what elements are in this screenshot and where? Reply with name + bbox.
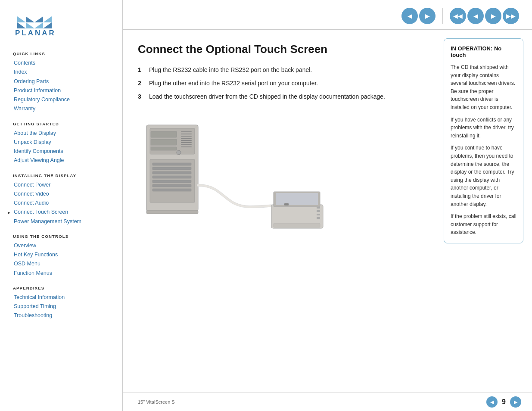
nav-link-connect-touch[interactable]: Connect Touch Screen xyxy=(13,208,68,217)
nav-link-function-menus[interactable]: Function Menus xyxy=(13,269,114,278)
svg-rect-17 xyxy=(152,171,191,174)
logo-area: PLANAR xyxy=(13,13,114,38)
quicklinks-section: QUICK LINKS Contents Index Ordering Part… xyxy=(13,51,114,114)
next2-button[interactable]: ▶ xyxy=(485,8,501,24)
info-para-4: If the problem still exists, call custom… xyxy=(451,212,516,237)
illustration-area xyxy=(138,112,426,233)
svg-point-30 xyxy=(177,150,181,155)
nav-link-index[interactable]: Index xyxy=(13,68,114,77)
svg-text:PLANAR: PLANAR xyxy=(15,29,56,37)
controls-section: USING THE CONTROLS Overview Hot Key Func… xyxy=(13,234,114,278)
step-1-num: 1 xyxy=(138,65,145,75)
svg-rect-23 xyxy=(181,134,192,134)
top-nav: ◀ ▶ ◀◀ ◀ ▶ ▶▶ xyxy=(123,0,532,30)
svg-rect-29 xyxy=(181,146,192,147)
first-button[interactable]: ◀◀ xyxy=(450,8,466,24)
nav-link-warranty[interactable]: Warranty xyxy=(13,104,114,113)
nav-link-overview[interactable]: Overview xyxy=(13,241,114,250)
nav-buttons: ◀ ▶ ◀◀ ◀ ▶ ▶▶ xyxy=(401,8,519,24)
svg-rect-37 xyxy=(317,214,320,215)
nav-link-regulatory[interactable]: Regulatory Compliance xyxy=(13,95,114,104)
svg-rect-22 xyxy=(181,131,192,132)
svg-rect-28 xyxy=(181,144,192,145)
touch-screen xyxy=(271,192,323,228)
controls-title: USING THE CONTROLS xyxy=(13,234,114,239)
info-para-1: The CD that shipped with your display co… xyxy=(451,63,516,112)
last-button[interactable]: ▶▶ xyxy=(503,8,519,24)
info-sidebar: IN OPERATION: No touch The CD that shipp… xyxy=(437,30,532,392)
svg-rect-12 xyxy=(151,139,177,145)
prev-button[interactable]: ◀ xyxy=(401,8,418,24)
info-box-title-bold: IN OPERATION: xyxy=(451,45,492,52)
footer-prev-button[interactable]: ◀ xyxy=(486,396,498,408)
svg-marker-2 xyxy=(26,22,34,28)
svg-rect-11 xyxy=(151,131,177,137)
installing-title: INSTALLING THE DISPLAY xyxy=(13,173,114,178)
svg-rect-18 xyxy=(152,176,191,178)
next-button[interactable]: ▶ xyxy=(419,8,436,24)
svg-marker-0 xyxy=(26,16,34,22)
page-wrapper: PLANAR QUICK LINKS Contents Index Orderi… xyxy=(0,0,532,411)
nav-link-osd[interactable]: OSD Menu xyxy=(13,259,114,268)
content-area: Connect the Optional Touch Screen 1 Plug… xyxy=(123,30,532,392)
footer-next-button[interactable]: ▶ xyxy=(510,396,521,408)
step-2: 2 Plug the other end into the RS232 seri… xyxy=(138,79,426,88)
nav-link-identify[interactable]: Identify Components xyxy=(13,147,114,156)
svg-marker-3 xyxy=(17,22,26,28)
footer-product-text: 15" VitalScreen S xyxy=(138,399,175,405)
nav-link-unpack[interactable]: Unpack Display xyxy=(13,138,114,147)
current-arrow-icon: ► xyxy=(7,210,11,215)
nav-link-touch-wrapper: ► Connect Touch Screen xyxy=(13,208,114,217)
step-list: 1 Plug the RS232 cable into the RS232 po… xyxy=(138,65,426,101)
info-para-2: If you have conflicts or any problems wi… xyxy=(451,116,516,140)
nav-link-product-info[interactable]: Product Information xyxy=(13,86,114,95)
nav-link-hotkey[interactable]: Hot Key Functions xyxy=(13,250,114,259)
device-illustration xyxy=(138,112,327,233)
step-1-text: Plug the RS232 cable into the RS232 port… xyxy=(149,65,426,75)
nav-link-timing[interactable]: Supported Timing xyxy=(13,302,114,311)
step-2-text: Plug the other end into the RS232 serial… xyxy=(149,79,426,88)
svg-marker-5 xyxy=(43,16,52,22)
svg-rect-31 xyxy=(146,210,198,214)
nav-link-connect-power[interactable]: Connect Power xyxy=(13,181,114,190)
nav-link-adjust-angle[interactable]: Adjust Viewing Angle xyxy=(13,156,114,165)
main-text-area: Connect the Optional Touch Screen 1 Plug… xyxy=(123,30,437,392)
sidebar: PLANAR QUICK LINKS Contents Index Orderi… xyxy=(0,0,123,411)
planar-logo: PLANAR xyxy=(13,13,69,37)
appendixes-title: APPENDIXES xyxy=(13,286,114,290)
svg-rect-20 xyxy=(152,184,191,187)
getting-started-section: GETTING STARTED About the Display Unpack… xyxy=(13,121,114,165)
nav-link-about-display[interactable]: About the Display xyxy=(13,129,114,138)
appendixes-section: APPENDIXES Technical Information Support… xyxy=(13,286,114,321)
nav-link-connect-audio[interactable]: Connect Audio xyxy=(13,199,114,208)
svg-rect-25 xyxy=(181,138,192,139)
quicklinks-title: QUICK LINKS xyxy=(13,51,114,56)
svg-rect-40 xyxy=(284,203,289,206)
svg-rect-16 xyxy=(152,167,191,170)
prev2-button[interactable]: ◀ xyxy=(467,8,484,24)
footer-page-number: 9 xyxy=(502,398,506,406)
step-3: 3 Load the touchscreen driver from the C… xyxy=(138,92,426,101)
svg-rect-36 xyxy=(317,210,320,212)
nav-link-connect-video[interactable]: Connect Video xyxy=(13,190,114,199)
footer-nav: ◀ 9 ▶ xyxy=(486,396,521,408)
nav-link-contents[interactable]: Contents xyxy=(13,59,114,68)
svg-marker-6 xyxy=(34,22,43,28)
step-1: 1 Plug the RS232 cable into the RS232 po… xyxy=(138,65,426,75)
svg-rect-13 xyxy=(151,147,177,150)
getting-started-title: GETTING STARTED xyxy=(13,121,114,126)
svg-rect-15 xyxy=(152,163,191,165)
svg-rect-38 xyxy=(317,217,320,219)
nav-separator xyxy=(442,8,443,24)
nav-link-troubleshoot[interactable]: Troubleshooting xyxy=(13,311,114,320)
tower-pc xyxy=(146,125,198,214)
first-last-group: ◀◀ ◀ ▶ ▶▶ xyxy=(450,8,519,24)
svg-rect-24 xyxy=(181,136,192,137)
info-para-3: If you continue to have problems, then y… xyxy=(451,144,516,208)
nav-link-ordering-parts[interactable]: Ordering Parts xyxy=(13,77,114,86)
nav-link-power-mgmt[interactable]: Power Management System xyxy=(13,217,114,226)
nav-link-technical[interactable]: Technical Information xyxy=(13,293,114,302)
footer: 15" VitalScreen S ◀ 9 ▶ xyxy=(123,392,532,411)
svg-rect-26 xyxy=(181,140,192,141)
info-box: IN OPERATION: No touch The CD that shipp… xyxy=(444,38,523,243)
